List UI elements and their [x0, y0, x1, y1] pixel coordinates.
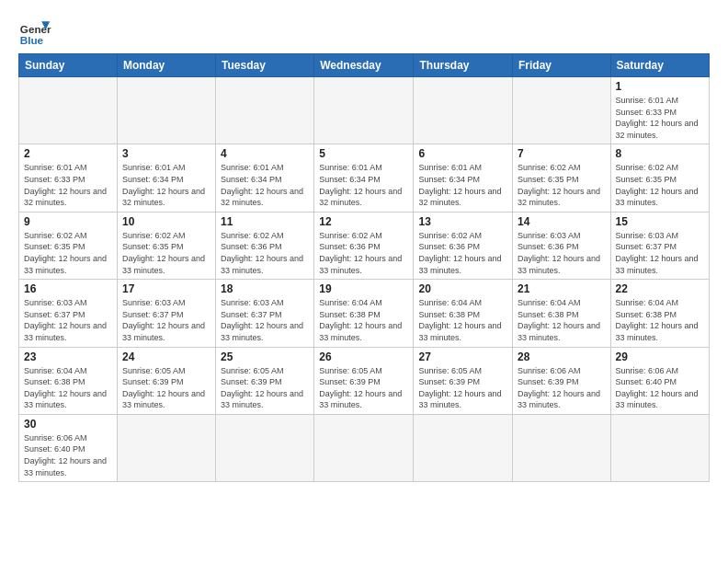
- day-number: 2: [24, 147, 112, 160]
- calendar-cell: 10Sunrise: 6:02 AMSunset: 6:35 PMDayligh…: [117, 212, 215, 279]
- calendar-cell: [513, 77, 611, 144]
- weekday-header-monday: Monday: [117, 54, 215, 77]
- day-number: 5: [319, 147, 408, 160]
- calendar-cell: 5Sunrise: 6:01 AMSunset: 6:34 PMDaylight…: [314, 144, 414, 212]
- weekday-header-thursday: Thursday: [414, 54, 513, 77]
- calendar-cell: 1Sunrise: 6:01 AMSunset: 6:33 PMDaylight…: [610, 77, 709, 144]
- day-info: Sunrise: 6:06 AMSunset: 6:40 PMDaylight:…: [616, 365, 704, 411]
- calendar-cell: [414, 414, 513, 481]
- day-number: 16: [24, 282, 112, 295]
- calendar-cell: 13Sunrise: 6:02 AMSunset: 6:36 PMDayligh…: [414, 212, 513, 279]
- calendar-cell: 26Sunrise: 6:05 AMSunset: 6:39 PMDayligh…: [314, 347, 414, 414]
- day-info: Sunrise: 6:04 AMSunset: 6:38 PMDaylight:…: [319, 297, 408, 343]
- day-info: Sunrise: 6:03 AMSunset: 6:37 PMDaylight:…: [24, 297, 112, 343]
- calendar-cell: [414, 77, 513, 144]
- day-info: Sunrise: 6:05 AMSunset: 6:39 PMDaylight:…: [418, 365, 507, 411]
- day-info: Sunrise: 6:03 AMSunset: 6:36 PMDaylight:…: [518, 230, 606, 276]
- day-info: Sunrise: 6:05 AMSunset: 6:39 PMDaylight:…: [122, 365, 210, 411]
- day-info: Sunrise: 6:04 AMSunset: 6:38 PMDaylight:…: [518, 297, 606, 343]
- calendar-cell: 8Sunrise: 6:02 AMSunset: 6:35 PMDaylight…: [610, 144, 709, 212]
- day-info: Sunrise: 6:03 AMSunset: 6:37 PMDaylight:…: [221, 297, 309, 343]
- day-number: 4: [221, 147, 309, 160]
- calendar-cell: 16Sunrise: 6:03 AMSunset: 6:37 PMDayligh…: [19, 280, 118, 347]
- day-number: 30: [24, 418, 112, 431]
- calendar-cell: 25Sunrise: 6:05 AMSunset: 6:39 PMDayligh…: [216, 347, 314, 414]
- day-number: 29: [616, 350, 704, 363]
- calendar-cell: 4Sunrise: 6:01 AMSunset: 6:34 PMDaylight…: [216, 144, 314, 212]
- calendar-cell: 6Sunrise: 6:01 AMSunset: 6:34 PMDaylight…: [414, 144, 513, 212]
- day-number: 7: [518, 147, 606, 160]
- calendar-cell: 22Sunrise: 6:04 AMSunset: 6:38 PMDayligh…: [610, 280, 709, 347]
- generalblue-logo-icon: General Blue: [18, 15, 51, 48]
- day-number: 3: [122, 147, 210, 160]
- day-number: 13: [418, 215, 507, 228]
- calendar-cell: [610, 414, 709, 481]
- calendar-cell: [314, 77, 414, 144]
- day-number: 15: [616, 215, 704, 228]
- day-info: Sunrise: 6:05 AMSunset: 6:39 PMDaylight:…: [319, 365, 408, 411]
- day-info: Sunrise: 6:01 AMSunset: 6:34 PMDaylight:…: [221, 162, 309, 208]
- day-number: 14: [518, 215, 606, 228]
- calendar-cell: 17Sunrise: 6:03 AMSunset: 6:37 PMDayligh…: [117, 280, 215, 347]
- header: General Blue: [18, 15, 710, 48]
- day-number: 21: [518, 282, 606, 295]
- calendar-week-3: 9Sunrise: 6:02 AMSunset: 6:35 PMDaylight…: [19, 212, 710, 279]
- day-number: 10: [122, 215, 210, 228]
- calendar-cell: [117, 414, 215, 481]
- calendar-cell: 27Sunrise: 6:05 AMSunset: 6:39 PMDayligh…: [414, 347, 513, 414]
- day-info: Sunrise: 6:04 AMSunset: 6:38 PMDaylight:…: [418, 297, 507, 343]
- calendar-cell: [216, 414, 314, 481]
- calendar-cell: 7Sunrise: 6:02 AMSunset: 6:35 PMDaylight…: [513, 144, 611, 212]
- day-info: Sunrise: 6:02 AMSunset: 6:35 PMDaylight:…: [24, 230, 112, 276]
- day-info: Sunrise: 6:04 AMSunset: 6:38 PMDaylight:…: [24, 365, 112, 411]
- calendar-cell: 29Sunrise: 6:06 AMSunset: 6:40 PMDayligh…: [610, 347, 709, 414]
- day-number: 24: [122, 350, 210, 363]
- day-info: Sunrise: 6:02 AMSunset: 6:36 PMDaylight:…: [418, 230, 507, 276]
- calendar-cell: 30Sunrise: 6:06 AMSunset: 6:40 PMDayligh…: [19, 414, 118, 481]
- calendar-cell: 24Sunrise: 6:05 AMSunset: 6:39 PMDayligh…: [117, 347, 215, 414]
- day-number: 22: [616, 282, 704, 295]
- day-number: 9: [24, 215, 112, 228]
- day-number: 28: [518, 350, 606, 363]
- calendar-week-2: 2Sunrise: 6:01 AMSunset: 6:33 PMDaylight…: [19, 144, 710, 212]
- day-number: 25: [221, 350, 309, 363]
- day-number: 23: [24, 350, 112, 363]
- day-number: 19: [319, 282, 408, 295]
- calendar-week-1: 1Sunrise: 6:01 AMSunset: 6:33 PMDaylight…: [19, 77, 710, 144]
- calendar-cell: 21Sunrise: 6:04 AMSunset: 6:38 PMDayligh…: [513, 280, 611, 347]
- calendar-cell: [117, 77, 215, 144]
- calendar-cell: [513, 414, 611, 481]
- calendar-cell: 2Sunrise: 6:01 AMSunset: 6:33 PMDaylight…: [19, 144, 118, 212]
- calendar-cell: 18Sunrise: 6:03 AMSunset: 6:37 PMDayligh…: [216, 280, 314, 347]
- day-number: 8: [616, 147, 704, 160]
- day-info: Sunrise: 6:06 AMSunset: 6:40 PMDaylight:…: [24, 432, 112, 478]
- calendar-cell: [216, 77, 314, 144]
- calendar-cell: [314, 414, 414, 481]
- weekday-header-tuesday: Tuesday: [216, 54, 314, 77]
- day-number: 26: [319, 350, 408, 363]
- day-info: Sunrise: 6:03 AMSunset: 6:37 PMDaylight:…: [122, 297, 210, 343]
- day-info: Sunrise: 6:05 AMSunset: 6:39 PMDaylight:…: [221, 365, 309, 411]
- day-number: 18: [221, 282, 309, 295]
- calendar-table: SundayMondayTuesdayWednesdayThursdayFrid…: [18, 53, 710, 482]
- day-number: 20: [418, 282, 507, 295]
- day-number: 17: [122, 282, 210, 295]
- day-info: Sunrise: 6:02 AMSunset: 6:35 PMDaylight:…: [518, 162, 606, 208]
- calendar-cell: 9Sunrise: 6:02 AMSunset: 6:35 PMDaylight…: [19, 212, 118, 279]
- weekday-header-sunday: Sunday: [19, 54, 118, 77]
- calendar-cell: 15Sunrise: 6:03 AMSunset: 6:37 PMDayligh…: [610, 212, 709, 279]
- day-info: Sunrise: 6:06 AMSunset: 6:39 PMDaylight:…: [518, 365, 606, 411]
- day-info: Sunrise: 6:02 AMSunset: 6:36 PMDaylight:…: [221, 230, 309, 276]
- day-number: 27: [418, 350, 507, 363]
- calendar-week-5: 23Sunrise: 6:04 AMSunset: 6:38 PMDayligh…: [19, 347, 710, 414]
- day-info: Sunrise: 6:01 AMSunset: 6:34 PMDaylight:…: [418, 162, 507, 208]
- day-info: Sunrise: 6:02 AMSunset: 6:36 PMDaylight:…: [319, 230, 408, 276]
- weekday-header-friday: Friday: [513, 54, 611, 77]
- day-number: 1: [616, 80, 704, 93]
- day-number: 12: [319, 215, 408, 228]
- weekday-header-wednesday: Wednesday: [314, 54, 414, 77]
- calendar-cell: 3Sunrise: 6:01 AMSunset: 6:34 PMDaylight…: [117, 144, 215, 212]
- calendar-week-4: 16Sunrise: 6:03 AMSunset: 6:37 PMDayligh…: [19, 280, 710, 347]
- svg-text:Blue: Blue: [20, 34, 44, 46]
- calendar-cell: 19Sunrise: 6:04 AMSunset: 6:38 PMDayligh…: [314, 280, 414, 347]
